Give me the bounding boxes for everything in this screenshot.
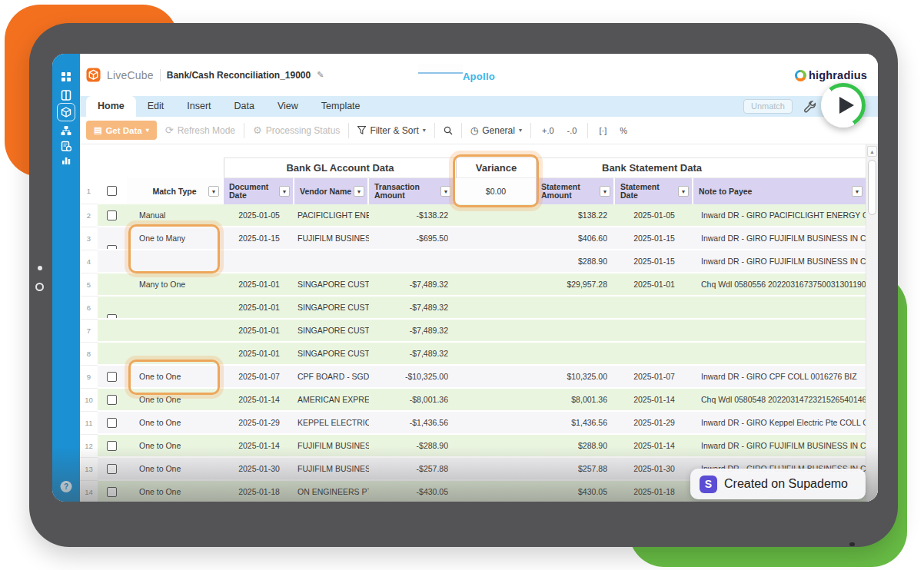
note-to-payee-cell: Inward DR - GIRO Keppel Electric Pte COL… (701, 412, 866, 433)
livecube-icon[interactable] (57, 103, 75, 121)
variance-value-cell: $0.00 (456, 178, 536, 204)
number-format-dropdown[interactable]: ◷ General ▾ (470, 125, 522, 136)
document-date-cell: 2025-01-01 (224, 320, 294, 341)
row-number: 8 (80, 343, 98, 366)
highradius-ring-icon (795, 70, 806, 81)
table-row: 2Manual2025-01-05PACIFICLIGHT ENERG-$138… (80, 204, 866, 227)
row-checkbox[interactable] (107, 314, 117, 318)
hierarchy-icon[interactable] (60, 124, 72, 137)
statement-amount-cell: $1,436.56 (536, 412, 607, 433)
table-row: 5Many to One2025-01-01SINGAPORE CUSTOM-$… (80, 273, 866, 297)
column-header-vendor-name: Vendor Name▼ (294, 178, 369, 204)
vendor-name-cell: KEPPEL ELECTRIC PTI (297, 412, 369, 433)
group-header-variance: Variance (456, 157, 536, 178)
menu-tabs: HomeEditInsertDataViewTemplate (86, 96, 372, 117)
vendor-name-cell: FUJIFILM BUSINESS IN (297, 227, 369, 249)
table-row: 4$288.902025-01-15Inward DR - GIRO FUJIF… (80, 250, 866, 273)
filter-sort-button[interactable]: Filter & Sort ▾ (357, 125, 425, 136)
frame-port (849, 542, 855, 546)
statement-amount-cell: $8,001.36 (536, 389, 607, 410)
row-number: 11 (80, 412, 98, 435)
row-checkbox[interactable] (107, 372, 117, 382)
filter-dropdown-button[interactable]: ▼ (208, 186, 219, 197)
statement-amount-cell: $10,325.00 (536, 366, 607, 387)
camera-dot (38, 266, 42, 270)
statement-amount-cell (536, 320, 607, 341)
note-to-payee-cell: Chq Wdl 0580556 2022031673750031301190 (701, 273, 866, 295)
row-checkbox[interactable] (107, 245, 117, 249)
refresh-icon: ⟳ (165, 125, 174, 135)
brackets-icon[interactable]: [·] (597, 126, 609, 135)
match-type-cell: Many to One (139, 273, 224, 295)
document-date-cell: 2025-01-07 (224, 366, 294, 387)
processing-status-button[interactable]: ⚙ Processing Status (253, 125, 340, 136)
note-to-payee-cell: Inward DR - GIRO CPF COLL 0016276 BIZ (701, 366, 866, 387)
play-button[interactable] (821, 83, 866, 128)
row-checkbox[interactable] (107, 395, 117, 405)
row-checkbox[interactable] (107, 210, 117, 220)
row-checkbox-cell (98, 389, 127, 410)
divider (461, 123, 462, 138)
statement-amount-cell (536, 343, 607, 364)
note-to-payee-cell (701, 320, 866, 341)
filter-dropdown-button[interactable]: ▼ (600, 186, 610, 197)
table-row: 11One to One2025-01-29KEPPEL ELECTRIC PT… (80, 412, 866, 435)
transaction-amount-cell: -$7,489.32 (369, 320, 448, 341)
match-type-cell: Manual (139, 204, 224, 226)
statement-date-cell: 2025-01-29 (615, 412, 693, 433)
divider (244, 123, 244, 138)
scroll-up-button[interactable]: ▲ (867, 146, 877, 157)
row-checkbox-cell (98, 412, 127, 433)
row-number: 6 (80, 297, 98, 320)
task-settings-icon[interactable] (60, 140, 72, 152)
unmatch-button[interactable]: Unmatch (743, 99, 793, 114)
tab-insert[interactable]: Insert (175, 96, 222, 117)
increase-decimal-icon[interactable]: +.0 (540, 126, 557, 135)
filter-dropdown-button[interactable]: ▼ (279, 186, 290, 197)
search-button[interactable] (444, 126, 453, 135)
wrench-icon[interactable] (803, 100, 816, 114)
filter-dropdown-button[interactable]: ▼ (678, 186, 689, 197)
divider (434, 123, 435, 138)
tab-edit[interactable]: Edit (136, 96, 176, 117)
tab-template[interactable]: Template (310, 96, 372, 117)
supademo-badge[interactable]: S Created on Supademo (690, 469, 866, 499)
filter-dropdown-button[interactable]: ▼ (354, 186, 364, 197)
vendor-name-cell: SINGAPORE CUSTOM (297, 273, 369, 295)
vendor-name-cell: PACIFICLIGHT ENERG (297, 204, 369, 226)
row-checkbox-cell (98, 204, 127, 226)
statement-amount-cell: $29,957.28 (536, 273, 607, 295)
highradius-wordmark: highradius (809, 69, 867, 81)
row-number: 5 (80, 273, 98, 297)
match-type-cell: One to One (139, 389, 224, 410)
get-data-button[interactable]: ▤ Get Data ▾ (86, 121, 157, 140)
filter-dropdown-button[interactable]: ▼ (440, 186, 451, 197)
column-header-document-date: Document Date▼ (224, 178, 294, 204)
row-checkbox[interactable] (107, 418, 117, 428)
note-to-payee-cell (701, 297, 866, 318)
statement-amount-cell: $406.60 (536, 227, 607, 249)
header-row-number: 1 (80, 178, 98, 204)
filter-dropdown-button[interactable]: ▼ (852, 186, 863, 197)
tab-data[interactable]: Data (223, 96, 266, 117)
document-date-cell: 2025-01-29 (224, 412, 294, 433)
scrollbar-thumb[interactable] (868, 160, 876, 215)
vendor-name-cell: SINGAPORE CUSTOM (297, 343, 369, 364)
gear-icon: ⚙ (253, 125, 262, 135)
table-row: 62025-01-01SINGAPORE CUSTOM-$7,489.32 (80, 297, 866, 320)
row-checkbox-cell (98, 297, 127, 318)
row-checkbox-cell (98, 227, 127, 249)
analytics-icon[interactable] (60, 154, 72, 166)
tab-view[interactable]: View (266, 96, 310, 117)
apps-grid-icon[interactable] (60, 71, 72, 83)
match-type-cell (139, 320, 224, 341)
transaction-amount-cell: -$138.22 (369, 204, 448, 226)
percent-icon[interactable]: % (617, 126, 630, 135)
tab-home[interactable]: Home (86, 96, 136, 117)
divider (348, 123, 349, 138)
decrease-decimal-icon[interactable]: -.0 (565, 126, 580, 135)
supademo-text: Created on Supademo (724, 477, 848, 491)
refresh-mode-button[interactable]: ⟳ Refresh Mode (165, 125, 235, 136)
select-all-checkbox[interactable] (107, 186, 117, 196)
workbook-icon[interactable] (60, 89, 72, 101)
